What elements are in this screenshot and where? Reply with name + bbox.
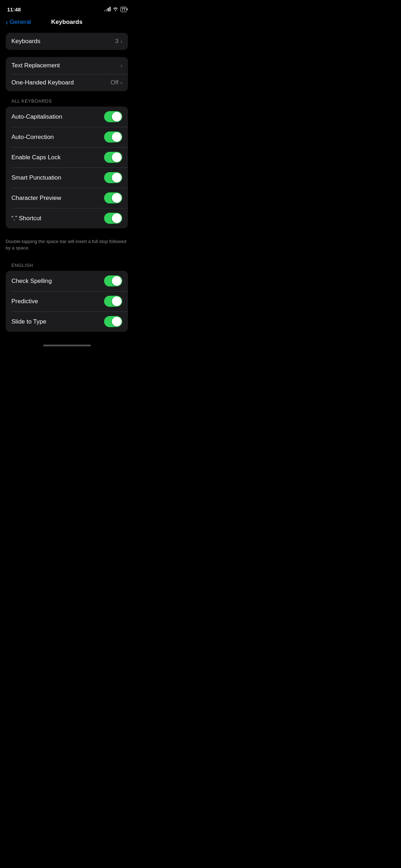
nav-bar: ‹ General Keyboards — [0, 16, 134, 30]
toggle-switch[interactable] — [104, 131, 122, 143]
toggle-knob — [112, 276, 122, 286]
list-item[interactable]: Check Spelling — [6, 271, 128, 291]
list-item[interactable]: Smart Punctuation — [6, 167, 128, 188]
status-bar: 11:48 77 — [0, 0, 134, 16]
text-replacement-row[interactable]: Text Replacement › — [6, 57, 128, 74]
toggle-switch[interactable] — [104, 316, 122, 327]
english-label: ENGLISH — [6, 263, 128, 268]
row-label: Check Spelling — [11, 278, 52, 285]
toggle-knob — [112, 112, 122, 122]
one-handed-row[interactable]: One-Handed Keyboard Off › — [6, 74, 128, 91]
keyboards-count: 3 — [115, 38, 118, 45]
row-label: “.” Shortcut — [11, 215, 41, 222]
battery-icon: 77 — [120, 7, 127, 12]
content: Keyboards 3 › Text Replacement › One-Han… — [0, 30, 134, 342]
keyboards-chevron-icon: › — [120, 38, 122, 44]
shortcut-note: Double-tapping the space bar will insert… — [0, 236, 134, 251]
misc-card: Text Replacement › One-Handed Keyboard O… — [6, 57, 128, 91]
toggle-switch[interactable] — [104, 111, 122, 122]
back-button[interactable]: ‹ General — [6, 19, 31, 26]
back-chevron-icon: ‹ — [6, 19, 8, 26]
keyboards-row[interactable]: Keyboards 3 › — [6, 33, 128, 50]
row-label: Slide to Type — [11, 318, 46, 325]
list-item[interactable]: Auto-Correction — [6, 127, 128, 147]
toggle-switch[interactable] — [104, 275, 122, 286]
toggle-knob — [112, 213, 122, 223]
all-keyboards-card: Auto-Capitalisation Auto-Correction Enab… — [6, 107, 128, 228]
row-label: Auto-Capitalisation — [11, 113, 62, 120]
home-indicator — [0, 342, 134, 348]
row-label: Smart Punctuation — [11, 174, 61, 181]
page-title: Keyboards — [51, 19, 83, 26]
text-replacement-right: › — [120, 63, 122, 68]
toggle-switch[interactable] — [104, 192, 122, 203]
battery-level: 77 — [122, 7, 125, 11]
keyboards-right: 3 › — [115, 38, 122, 45]
toggle-knob — [112, 132, 122, 142]
toggle-switch[interactable] — [104, 213, 122, 224]
signal-icon — [104, 7, 110, 11]
status-icons: 77 — [104, 7, 127, 12]
toggle-knob — [112, 173, 122, 182]
row-label: Character Preview — [11, 195, 61, 202]
row-label: Auto-Correction — [11, 134, 54, 141]
keyboards-card: Keyboards 3 › — [6, 33, 128, 50]
row-label: Enable Caps Lock — [11, 154, 61, 161]
all-keyboards-label: ALL KEYBOARDS — [6, 98, 128, 104]
text-replacement-chevron-icon: › — [120, 63, 122, 68]
one-handed-label: One-Handed Keyboard — [11, 79, 74, 86]
toggle-knob — [112, 153, 122, 162]
english-card: Check Spelling Predictive Slide to Type — [6, 271, 128, 332]
keyboards-label: Keyboards — [11, 38, 40, 45]
english-section: ENGLISH Check Spelling Predictive Slide … — [6, 263, 128, 332]
one-handed-value: Off — [110, 79, 118, 86]
list-item[interactable]: Auto-Capitalisation — [6, 107, 128, 127]
toggle-switch[interactable] — [104, 172, 122, 183]
misc-section: Text Replacement › One-Handed Keyboard O… — [6, 57, 128, 91]
list-item[interactable]: Predictive — [6, 291, 128, 311]
row-label: Predictive — [11, 298, 38, 305]
list-item[interactable]: Slide to Type — [6, 311, 128, 332]
toggle-switch[interactable] — [104, 152, 122, 163]
list-item[interactable]: Enable Caps Lock — [6, 147, 128, 167]
list-item[interactable]: Character Preview — [6, 188, 128, 208]
status-time: 11:48 — [7, 6, 21, 12]
one-handed-chevron-icon: › — [120, 80, 122, 86]
wifi-icon — [113, 7, 118, 12]
toggle-knob — [112, 193, 122, 203]
back-label: General — [10, 19, 31, 26]
toggle-switch[interactable] — [104, 296, 122, 307]
toggle-knob — [112, 317, 122, 326]
one-handed-right: Off › — [110, 79, 122, 86]
list-item[interactable]: “.” Shortcut — [6, 208, 128, 228]
home-bar — [43, 345, 91, 346]
keyboards-section: Keyboards 3 › — [6, 33, 128, 50]
text-replacement-label: Text Replacement — [11, 62, 60, 69]
all-keyboards-section: ALL KEYBOARDS Auto-Capitalisation Auto-C… — [6, 98, 128, 228]
toggle-knob — [112, 296, 122, 306]
